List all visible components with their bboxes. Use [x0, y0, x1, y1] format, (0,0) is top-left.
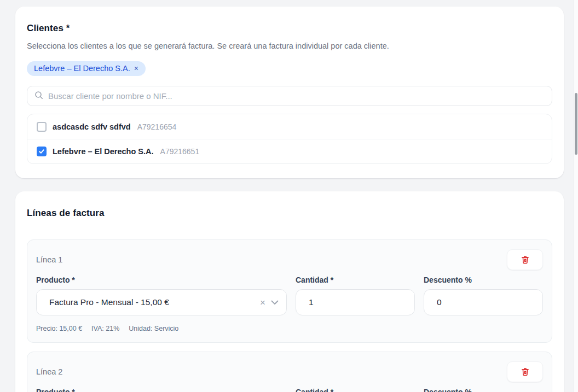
invoice-line-1: Línea 1 Producto * Factura Pro - Mensual… [27, 239, 552, 343]
discount-input[interactable] [437, 297, 535, 307]
quantity-label: Cantidad * [296, 388, 415, 392]
client-search-box[interactable] [27, 86, 552, 106]
client-nif: A79216651 [160, 147, 200, 156]
discount-field-group: Descuento % [424, 276, 543, 315]
clients-description: Selecciona los clientes a los que se gen… [27, 42, 552, 50]
invoice-lines-card: Líneas de factura Línea 1 Producto * [15, 191, 564, 392]
client-name: Lefebvre – El Derecho S.A. [53, 147, 154, 156]
delete-line-2-button[interactable] [507, 361, 543, 382]
scrollbar-thumb[interactable] [575, 93, 577, 155]
product-field-group: Producto * [36, 388, 287, 392]
client-search-input[interactable] [48, 91, 545, 101]
clients-title: Clientes * [27, 23, 552, 34]
invoice-lines-title: Líneas de factura [27, 208, 552, 219]
line-2-label: Línea 2 [36, 367, 62, 376]
clients-card: Clientes * Selecciona los clientes a los… [15, 7, 564, 178]
meta-price: Precio: 15,00 € [36, 325, 82, 332]
client-row-1[interactable]: asdcasdc sdfv sdfvd A79216654 [27, 114, 552, 139]
checkbox-unchecked[interactable] [37, 122, 47, 132]
client-row-2[interactable]: Lefebvre – El Derecho S.A. A79216651 [27, 139, 552, 163]
quantity-label: Cantidad * [296, 276, 415, 284]
check-icon [38, 148, 45, 155]
line-1-label: Línea 1 [36, 255, 62, 264]
product-label: Producto * [36, 388, 287, 392]
meta-unit: Unidad: Servicio [129, 325, 178, 332]
discount-label: Descuento % [424, 388, 543, 392]
product-field-group: Producto * Factura Pro - Mensual - 15,00… [36, 276, 287, 315]
product-select-icons: × [260, 297, 279, 307]
selected-clients-row: Lefebvre – El Derecho S.A. × [27, 61, 552, 76]
client-nif: A79216654 [137, 122, 177, 131]
product-select[interactable]: Factura Pro - Mensual - 15,00 € × [36, 289, 287, 315]
quantity-field-group: Cantidad * [296, 276, 415, 315]
trash-icon [521, 255, 530, 265]
quantity-field-group: Cantidad * [296, 388, 415, 392]
line-1-meta: Precio: 15,00 € IVA: 21% Unidad: Servici… [36, 325, 543, 332]
selected-client-chip[interactable]: Lefebvre – El Derecho S.A. × [27, 61, 146, 76]
line-1-header: Línea 1 [36, 249, 543, 270]
search-icon [34, 91, 43, 102]
quantity-input-wrap [296, 289, 415, 315]
invoice-generation-page: Clientes * Selecciona los clientes a los… [0, 0, 578, 392]
discount-input-wrap [424, 289, 543, 315]
checkbox-checked[interactable] [37, 147, 47, 156]
quantity-input[interactable] [309, 297, 407, 307]
client-list: asdcasdc sdfv sdfvd A79216654 Lefebvre –… [27, 114, 552, 164]
clear-selection-icon[interactable]: × [260, 298, 265, 307]
line-2-header: Línea 2 [36, 361, 543, 382]
client-name: asdcasdc sdfv sdfvd [53, 122, 131, 131]
delete-line-1-button[interactable] [507, 249, 543, 270]
line-2-fields: Producto * Cantidad * Descuento % [36, 388, 543, 392]
trash-icon [521, 367, 530, 377]
discount-label: Descuento % [424, 276, 543, 284]
invoice-line-2: Línea 2 Producto * Cantidad * [27, 352, 552, 392]
product-label: Producto * [36, 276, 287, 284]
scrollbar-track[interactable] [574, 0, 578, 392]
selected-client-chip-label: Lefebvre – El Derecho S.A. [34, 64, 130, 73]
meta-iva: IVA: 21% [91, 325, 119, 332]
product-select-value: Factura Pro - Mensual - 15,00 € [49, 297, 169, 307]
chevron-down-icon[interactable] [271, 297, 279, 307]
line-1-fields: Producto * Factura Pro - Mensual - 15,00… [36, 276, 543, 315]
discount-field-group: Descuento % [424, 388, 543, 392]
chip-remove-icon[interactable]: × [134, 65, 138, 72]
